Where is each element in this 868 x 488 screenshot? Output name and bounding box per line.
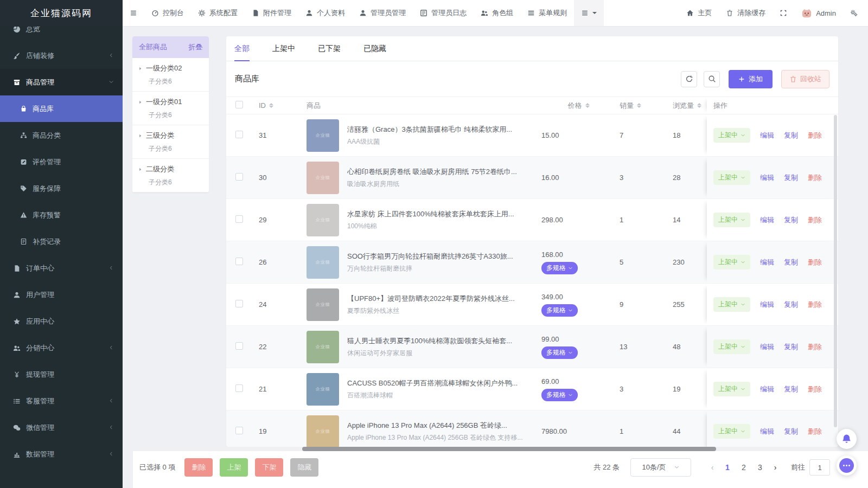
status-dropdown[interactable]: 上架中 bbox=[713, 213, 750, 227]
row-checkbox[interactable] bbox=[235, 258, 243, 265]
nav-item-expand[interactable] bbox=[773, 0, 794, 26]
row-checkbox[interactable] bbox=[235, 427, 243, 434]
row-checkbox[interactable] bbox=[235, 342, 243, 350]
sidebar-item-users[interactable]: 分销中心 bbox=[0, 335, 123, 361]
edit-link[interactable]: 编辑 bbox=[760, 131, 774, 140]
row-checkbox[interactable] bbox=[235, 215, 243, 223]
nav-item-gears[interactable] bbox=[843, 0, 865, 26]
delete-link[interactable]: 删除 bbox=[808, 131, 822, 140]
edit-link[interactable]: 编辑 bbox=[760, 258, 774, 267]
tab-item[interactable]: 已下架 bbox=[318, 36, 341, 61]
category-item[interactable]: 三级分类 子分类6 bbox=[132, 125, 209, 159]
copy-link[interactable]: 复制 bbox=[784, 300, 798, 310]
copy-link[interactable]: 复制 bbox=[784, 215, 798, 225]
nav-item[interactable]: 角色组 bbox=[474, 0, 520, 26]
sidebar-subitem-warning[interactable]: 库存预警 bbox=[0, 202, 123, 228]
row-checkbox[interactable] bbox=[235, 384, 243, 392]
row-checkbox[interactable] bbox=[235, 300, 243, 307]
category-item[interactable]: 一级分类02 子分类6 bbox=[132, 58, 209, 92]
page-number[interactable]: 2 bbox=[736, 463, 752, 472]
sidebar-subitem-pencil[interactable]: 评价管理 bbox=[0, 149, 123, 175]
edit-link[interactable]: 编辑 bbox=[760, 300, 774, 310]
nav-item[interactable]: 管理员管理 bbox=[352, 0, 413, 26]
delete-link[interactable]: 删除 bbox=[808, 300, 822, 310]
recycle-bin-button[interactable]: 回收站 bbox=[781, 70, 829, 88]
sidebar-item-user[interactable]: 用户管理 bbox=[0, 281, 123, 308]
multi-spec-badge[interactable]: 多规格 bbox=[541, 389, 578, 401]
sidebar-subitem-doc[interactable]: 补货记录 bbox=[0, 228, 123, 255]
edit-link[interactable]: 编辑 bbox=[760, 215, 774, 225]
sidebar-item-star[interactable]: 应用中心 bbox=[0, 308, 123, 335]
all-products-link[interactable]: 全部商品 bbox=[139, 42, 167, 52]
sort-icon[interactable] bbox=[269, 103, 273, 108]
delete-link[interactable]: 删除 bbox=[808, 173, 822, 183]
more-menu-dropdown[interactable] bbox=[574, 0, 604, 26]
delete-link[interactable]: 删除 bbox=[808, 215, 822, 225]
sidebar-item-pie[interactable]: 总览 bbox=[0, 27, 123, 42]
status-dropdown[interactable]: 上架中 bbox=[713, 339, 750, 354]
status-dropdown[interactable]: 上架中 bbox=[713, 382, 750, 396]
refresh-button[interactable] bbox=[681, 71, 697, 87]
multi-spec-badge[interactable]: 多规格 bbox=[541, 346, 578, 359]
category-item[interactable]: 二级分类 子分类6 bbox=[132, 159, 209, 192]
delete-link[interactable]: 删除 bbox=[808, 342, 822, 352]
sidebar-item-brush[interactable]: 店铺装修 bbox=[0, 42, 123, 69]
notification-bell-button[interactable] bbox=[837, 429, 857, 449]
add-button[interactable]: 添加 bbox=[729, 70, 773, 88]
nav-item[interactable]: 菜单规则 bbox=[520, 0, 574, 26]
copy-link[interactable]: 复制 bbox=[784, 427, 798, 436]
user-menu[interactable]: Admin bbox=[794, 0, 843, 26]
batch-button-plain[interactable]: 隐藏 bbox=[290, 458, 318, 477]
status-dropdown[interactable]: 上架中 bbox=[713, 297, 750, 312]
horizontal-scrollbar-thumb[interactable] bbox=[302, 447, 716, 451]
delete-link[interactable]: 删除 bbox=[808, 384, 822, 394]
batch-button-danger[interactable]: 删除 bbox=[184, 458, 213, 477]
copy-link[interactable]: 复制 bbox=[784, 384, 798, 394]
sort-icon[interactable] bbox=[585, 103, 590, 108]
chat-button[interactable] bbox=[837, 455, 857, 476]
delete-link[interactable]: 删除 bbox=[808, 427, 822, 436]
row-checkbox[interactable] bbox=[235, 131, 243, 138]
status-dropdown[interactable]: 上架中 bbox=[713, 128, 750, 143]
edit-link[interactable]: 编辑 bbox=[760, 342, 774, 352]
sidebar-item-wechat[interactable]: 微信管理 bbox=[0, 414, 123, 441]
page-number[interactable]: 1 bbox=[719, 463, 736, 472]
goto-page-input[interactable] bbox=[809, 459, 830, 476]
sidebar-subitem-tag[interactable]: 服务保障 bbox=[0, 175, 123, 202]
tab-active[interactable]: 全部 bbox=[234, 36, 250, 61]
copy-link[interactable]: 复制 bbox=[784, 342, 798, 352]
edit-link[interactable]: 编辑 bbox=[760, 384, 774, 394]
sidebar-toggle-button[interactable] bbox=[123, 0, 144, 26]
status-dropdown[interactable]: 上架中 bbox=[713, 255, 750, 269]
sidebar-item-yen[interactable]: 提现管理 bbox=[0, 361, 123, 388]
status-dropdown[interactable]: 上架中 bbox=[713, 424, 750, 439]
nav-item-home[interactable]: 主页 bbox=[679, 0, 719, 26]
vertical-scrollbar[interactable] bbox=[834, 115, 837, 427]
nav-item-trash[interactable]: 清除缓存 bbox=[719, 0, 773, 26]
status-dropdown[interactable]: 上架中 bbox=[713, 170, 750, 185]
copy-link[interactable]: 复制 bbox=[784, 131, 798, 140]
delete-link[interactable]: 删除 bbox=[808, 258, 822, 267]
prev-page-button[interactable]: ‹ bbox=[705, 463, 719, 472]
sidebar-subitem-bag[interactable]: 商品库 bbox=[0, 95, 123, 122]
nav-item[interactable]: 附件管理 bbox=[245, 0, 298, 26]
search-button[interactable] bbox=[704, 71, 720, 87]
sidebar-subitem-sitemap[interactable]: 商品分类 bbox=[0, 122, 123, 149]
edit-link[interactable]: 编辑 bbox=[760, 427, 774, 436]
nav-item[interactable]: 系统配置 bbox=[191, 0, 245, 26]
copy-link[interactable]: 复制 bbox=[784, 258, 798, 267]
next-page-button[interactable]: › bbox=[768, 463, 782, 472]
sort-icon[interactable] bbox=[697, 103, 701, 108]
nav-item[interactable]: 个人资料 bbox=[298, 0, 352, 26]
row-checkbox[interactable] bbox=[235, 173, 243, 181]
page-number[interactable]: 3 bbox=[752, 463, 768, 472]
sidebar-item-list[interactable]: 客服管理 bbox=[0, 388, 123, 414]
sidebar-item-chart[interactable]: 数据管理 bbox=[0, 441, 123, 467]
multi-spec-badge[interactable]: 多规格 bbox=[541, 304, 578, 317]
sidebar-item-order[interactable]: 订单中心 bbox=[0, 255, 123, 281]
copy-link[interactable]: 复制 bbox=[784, 173, 798, 183]
batch-button-danger[interactable]: 下架 bbox=[255, 458, 283, 477]
sidebar-item-box[interactable]: 商品管理 bbox=[0, 69, 123, 95]
tab-item[interactable]: 上架中 bbox=[272, 36, 295, 61]
tab-item[interactable]: 已隐藏 bbox=[363, 36, 386, 61]
